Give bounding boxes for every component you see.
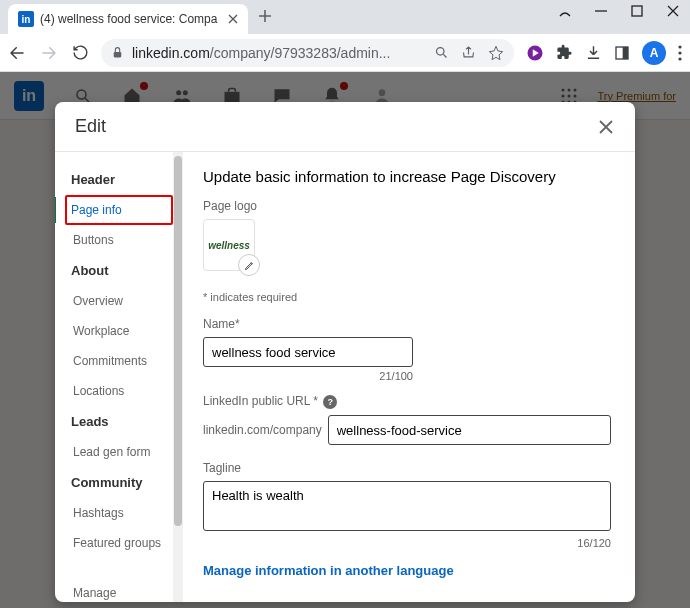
page-logo-preview: wellness [203, 219, 255, 271]
url-prefix: linkedin.com/company [203, 423, 322, 437]
modal-content: Update basic information to increase Pag… [183, 152, 635, 602]
browser-titlebar: in (4) wellness food service: Compa [0, 0, 690, 34]
line-icon[interactable] [594, 4, 608, 18]
search-in-page-icon[interactable] [434, 45, 449, 60]
sidebar-item-featured-groups[interactable]: Featured groups [65, 528, 173, 558]
browser-tab[interactable]: in (4) wellness food service: Compa [8, 4, 248, 34]
page-logo-label: Page logo [203, 199, 611, 213]
reload-icon[interactable] [72, 44, 89, 61]
download-icon[interactable] [585, 44, 602, 61]
sidebar-section-leads: Leads [65, 406, 173, 437]
url-path: /company/97933283/admin... [210, 45, 391, 61]
sidebar-item-buttons[interactable]: Buttons [65, 225, 173, 255]
url-tooltip-icon[interactable]: ? [323, 395, 337, 409]
modal-title: Edit [75, 116, 106, 137]
page-body: in Try Premium for Settings Messaging Ed… [0, 72, 690, 608]
minimize-icon[interactable] [558, 4, 572, 18]
svg-point-8 [678, 57, 681, 60]
back-icon[interactable] [8, 44, 26, 62]
sidebar-item-hashtags[interactable]: Hashtags [65, 498, 173, 528]
maximize-icon[interactable] [630, 4, 644, 18]
edit-logo-button[interactable] [238, 254, 260, 276]
svg-point-7 [678, 51, 681, 54]
sidebar-item-manage-languages[interactable]: Manage languages [65, 578, 173, 602]
svg-rect-1 [114, 52, 122, 57]
sidebar-item-overview[interactable]: Overview [65, 286, 173, 316]
linkedin-favicon: in [18, 11, 34, 27]
panel-icon[interactable] [614, 45, 630, 61]
url-label: LinkedIn public URL * ? [203, 394, 611, 409]
url-input[interactable] [328, 415, 611, 445]
address-bar[interactable]: linkedin.com/company/97933283/admin... [101, 39, 514, 67]
sidebar-item-workplace[interactable]: Workplace [65, 316, 173, 346]
window-controls [558, 4, 680, 18]
sidebar-item-lead-gen[interactable]: Lead gen form [65, 437, 173, 467]
share-icon[interactable] [461, 45, 476, 60]
sidebar-item-locations[interactable]: Locations [65, 376, 173, 406]
modal-overlay: Edit Header Page info Buttons About Over… [0, 72, 690, 608]
modal-close-button[interactable] [597, 118, 615, 136]
svg-rect-0 [632, 6, 642, 16]
name-counter: 21/100 [203, 370, 413, 382]
sidebar-item-commitments[interactable]: Commitments [65, 346, 173, 376]
tab-close-icon[interactable] [228, 14, 238, 24]
extension-play-icon[interactable] [526, 44, 544, 62]
sidebar-section-community: Community [65, 467, 173, 498]
tagline-input[interactable] [203, 481, 611, 531]
sidebar-section-about: About [65, 255, 173, 286]
svg-rect-5 [623, 47, 628, 59]
new-tab-button[interactable] [258, 9, 272, 25]
close-window-icon[interactable] [666, 4, 680, 18]
required-note: * indicates required [203, 291, 611, 303]
tagline-label: Tagline [203, 461, 611, 475]
browser-menu-icon[interactable] [678, 45, 682, 61]
sidebar-scrollbar[interactable] [173, 152, 183, 602]
bookmark-star-icon[interactable] [488, 45, 504, 61]
extensions-puzzle-icon[interactable] [556, 44, 573, 61]
manage-language-link[interactable]: Manage information in another language [203, 563, 454, 578]
svg-point-6 [678, 45, 681, 48]
logo-text: wellness [208, 240, 250, 251]
tab-title: (4) wellness food service: Compa [40, 12, 222, 26]
url-domain: linkedin.com [132, 45, 210, 61]
svg-point-2 [437, 48, 445, 56]
tagline-counter: 16/120 [203, 537, 611, 549]
lock-icon [111, 46, 124, 59]
forward-icon [40, 44, 58, 62]
browser-toolbar: linkedin.com/company/97933283/admin... A [0, 34, 690, 72]
modal-header: Edit [55, 102, 635, 152]
profile-avatar[interactable]: A [642, 41, 666, 65]
modal-sidebar: Header Page info Buttons About Overview … [55, 152, 173, 602]
sidebar-section-header: Header [65, 164, 173, 195]
name-input[interactable] [203, 337, 413, 367]
sidebar-item-page-info[interactable]: Page info [63, 197, 171, 223]
edit-modal: Edit Header Page info Buttons About Over… [55, 102, 635, 602]
name-label: Name* [203, 317, 611, 331]
content-heading: Update basic information to increase Pag… [203, 168, 611, 185]
